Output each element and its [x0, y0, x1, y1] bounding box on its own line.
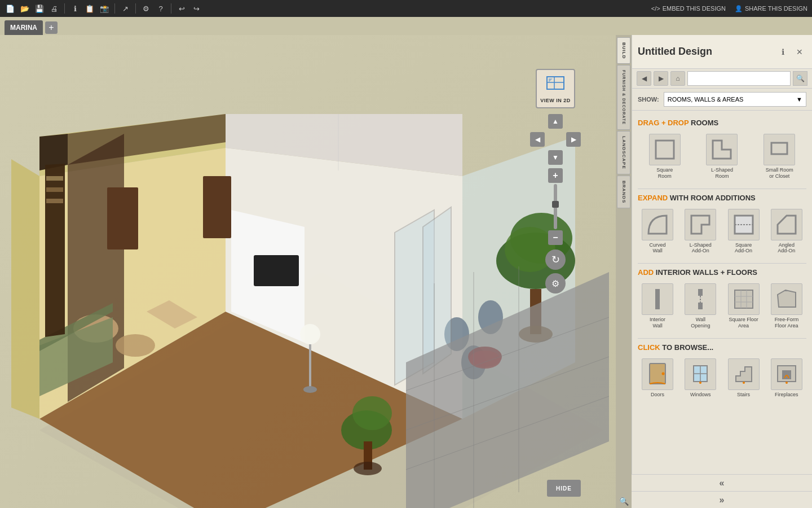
svg-rect-63: [698, 289, 703, 296]
square-room-item[interactable]: SquareRoom: [638, 132, 692, 182]
nav-down-button[interactable]: ▼: [548, 150, 563, 165]
svg-point-81: [743, 382, 745, 384]
stairs-icon: [728, 358, 760, 390]
svg-marker-61: [778, 216, 796, 234]
zoom-out-button[interactable]: −: [548, 230, 563, 245]
zoom-track[interactable]: [554, 184, 557, 229]
doors-item[interactable]: Doors: [638, 356, 677, 400]
redo-icon[interactable]: ↪: [191, 3, 202, 14]
panel-search-input[interactable]: [687, 71, 791, 86]
hide-button[interactable]: HIDE: [547, 480, 581, 497]
interior-wall-icon: [642, 283, 673, 315]
wall-opening-label: WallOpening: [691, 317, 710, 329]
nav-right-button[interactable]: ▶: [566, 132, 581, 147]
nav-home-button[interactable]: ⌂: [670, 71, 685, 86]
angled-addon-label: AngledAdd-On: [778, 242, 795, 255]
fireplaces-label: Fireplaces: [775, 392, 798, 398]
stairs-label: Stairs: [737, 392, 750, 398]
svg-point-73: [662, 372, 665, 375]
save-icon[interactable]: 💾: [34, 3, 45, 14]
add-highlight: ADD: [638, 268, 654, 277]
collapse-down-button[interactable]: »: [632, 492, 812, 508]
info-icon[interactable]: ℹ: [69, 3, 81, 14]
embed-button[interactable]: </> EMBED THIS DESIGN: [651, 5, 726, 12]
wall-opening-item[interactable]: WallOpening: [681, 281, 720, 331]
panel-info-button[interactable]: ℹ: [776, 45, 789, 59]
browse-suffix: TO BROWSE...: [662, 343, 713, 352]
panel-close-button[interactable]: ✕: [793, 45, 806, 59]
screenshot-icon[interactable]: 📸: [99, 3, 110, 14]
zoom-in-button[interactable]: +: [548, 168, 563, 183]
help-icon[interactable]: ?: [155, 3, 166, 14]
settings-icon[interactable]: ⚙: [140, 3, 152, 14]
main-area: VIEW IN 2D ▲ ◀ ▶ ▼ + − ↻ ⚙: [0, 35, 812, 508]
windows-icon: [685, 358, 716, 390]
svg-rect-13: [254, 255, 299, 286]
curved-wall-label: CurvedWall: [650, 242, 666, 255]
square-addon-icon: [728, 209, 760, 240]
svg-rect-10: [107, 187, 138, 249]
canvas-area[interactable]: VIEW IN 2D ▲ ◀ ▶ ▼ + − ↻ ⚙: [0, 35, 632, 508]
curved-wall-item[interactable]: CurvedWall: [638, 207, 677, 257]
collapse-buttons: « »: [632, 474, 812, 508]
tab-build[interactable]: BUILD: [617, 37, 630, 64]
stairs-item[interactable]: Stairs: [724, 356, 764, 400]
l-room-item[interactable]: L-ShapedRoom: [695, 132, 749, 182]
svg-point-84: [785, 382, 788, 384]
pages-icon[interactable]: 📋: [84, 3, 95, 14]
click-highlight: CLICK: [638, 343, 660, 352]
l-addon-icon: [685, 209, 716, 240]
interior-wall-item[interactable]: InteriorWall: [638, 281, 677, 331]
freeform-floor-icon: [771, 283, 802, 315]
direction-arrows: ▲ ◀ ▶ ▼: [530, 114, 581, 165]
windows-item[interactable]: Windows: [681, 356, 720, 400]
tab-brands[interactable]: BRANDS: [617, 176, 630, 208]
collapse-up-button[interactable]: «: [632, 475, 812, 492]
view-settings-button[interactable]: ⚙: [545, 273, 566, 294]
small-room-icon: [764, 134, 795, 165]
zoom-thumb[interactable]: [552, 201, 559, 208]
tab-marina[interactable]: MARINA: [5, 20, 43, 35]
svg-point-15: [116, 334, 155, 357]
interior-wall-label: InteriorWall: [650, 317, 665, 329]
nav-forward-button[interactable]: ▶: [654, 71, 668, 86]
view-2d-button[interactable]: VIEW IN 2D: [536, 69, 575, 108]
nav-back-button[interactable]: ◀: [637, 71, 651, 86]
tab-landscape[interactable]: LANDSCAPE: [617, 131, 630, 174]
wall-opening-icon: [685, 283, 716, 315]
panel-content: DRAG + DROP ROOMS SquareRoom: [632, 111, 812, 508]
l-addon-item[interactable]: L-ShapedAdd-On: [681, 207, 720, 257]
add-tab-button[interactable]: +: [45, 21, 58, 34]
toolbar: 📄 📂 💾 🖨 ℹ 📋 📸 ↗ ⚙ ? ↩ ↪ </> EMBED THIS D…: [0, 0, 812, 17]
freeform-floor-item[interactable]: Free-FormFloor Area: [767, 281, 806, 331]
square-addon-item[interactable]: SquareAdd-On: [724, 207, 764, 257]
undo-icon[interactable]: ↩: [176, 3, 187, 14]
nav-up-button[interactable]: ▲: [548, 114, 563, 129]
svg-marker-58: [691, 216, 709, 234]
small-room-item[interactable]: Small Roomor Closet: [752, 132, 806, 182]
nav-left-button[interactable]: ◀: [530, 132, 545, 147]
print-icon[interactable]: 🖨: [48, 3, 60, 14]
export-icon[interactable]: ↗: [120, 3, 131, 14]
share-button[interactable]: 👤 SHARE THIS DESIGN: [735, 5, 807, 12]
l-addon-label: L-ShapedAdd-On: [690, 242, 712, 255]
panel-show-area: SHOW: ROOMS, WALLS & AREAS ▼: [632, 89, 812, 111]
fireplaces-item[interactable]: Fireplaces: [767, 356, 806, 400]
angled-addon-item[interactable]: AngledAdd-On: [767, 207, 806, 257]
panel-header: Untitled Design ℹ ✕: [632, 35, 812, 69]
panel-search-button[interactable]: 🔍: [793, 71, 807, 86]
show-dropdown[interactable]: ROOMS, WALLS & AREAS ▼: [664, 92, 806, 107]
separator-4: [171, 3, 171, 14]
new-icon[interactable]: 📄: [5, 3, 16, 14]
doors-icon: [642, 358, 673, 390]
expand-suffix: WITH ROOM ADDITIONS: [670, 194, 756, 202]
tab-furnish[interactable]: FURNISH & DECORATE: [617, 65, 630, 130]
rotate-button[interactable]: ↻: [545, 249, 566, 270]
square-floor-item[interactable]: Square FloorArea: [724, 281, 764, 331]
svg-point-28: [303, 386, 317, 393]
svg-marker-54: [549, 78, 553, 82]
drag-drop-grid: SquareRoom L-ShapedRoom: [638, 132, 806, 182]
search-side-icon[interactable]: 🔍: [617, 494, 630, 508]
separator-2: [114, 3, 115, 14]
open-icon[interactable]: 📂: [19, 3, 30, 14]
